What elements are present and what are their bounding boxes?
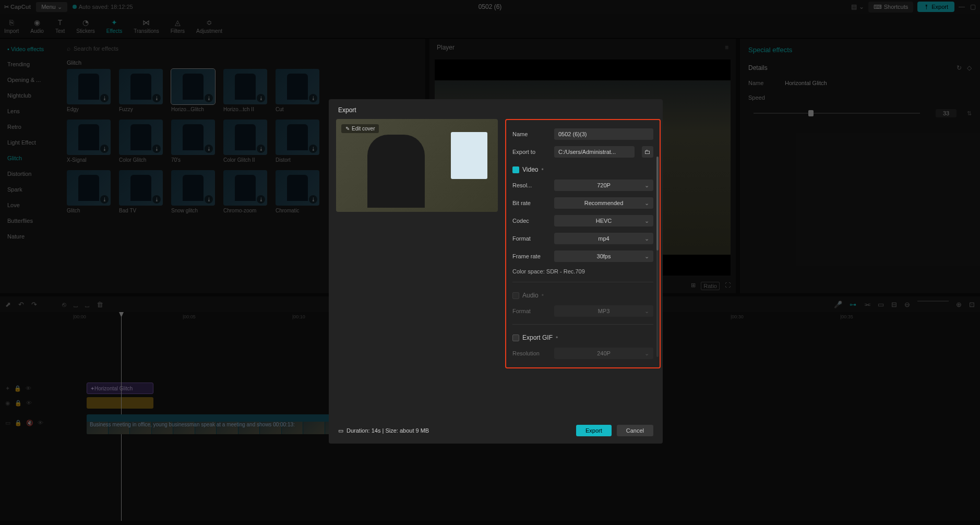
export-cancel-button[interactable]: Cancel [617, 425, 653, 436]
name-label: Name [512, 131, 549, 137]
framerate-select[interactable]: 30fps [554, 250, 653, 262]
export-confirm-button[interactable]: Export [576, 425, 612, 436]
codec-select[interactable]: HEVC [554, 215, 653, 226]
bitrate-label: Bit rate [512, 200, 549, 206]
audio-format-select: MP3 [554, 305, 653, 317]
colorspace-text: Color space: SDR - Rec.709 [512, 265, 653, 278]
format-label: Format [512, 235, 549, 242]
export-path-input[interactable] [554, 146, 635, 158]
resolution-label: Resol... [512, 182, 549, 188]
export-dialog-title: Export [329, 99, 663, 119]
exportto-label: Export to [512, 149, 549, 155]
format-select[interactable]: mp4 [554, 233, 653, 244]
audio-checkbox[interactable] [512, 292, 519, 299]
bitrate-select[interactable]: Recommended [554, 197, 653, 209]
framerate-label: Frame rate [512, 253, 549, 259]
export-preview: ✎ Edit cover [336, 119, 498, 212]
audio-section-label: Audio [522, 292, 539, 299]
gif-section-label: Export GIF [522, 334, 553, 341]
edit-cover-button[interactable]: ✎ Edit cover [341, 124, 379, 133]
gif-res-label: Resolution [512, 350, 549, 356]
export-name-input[interactable] [554, 128, 653, 140]
gif-checkbox[interactable] [512, 335, 519, 341]
export-dialog: Export ✎ Edit cover Name Export to 🗀 Vid [329, 99, 663, 444]
codec-label: Codec [512, 218, 549, 224]
video-section-label: Video [522, 166, 538, 173]
scrollbar[interactable] [656, 157, 659, 357]
export-duration-info: ▭ Duration: 14s | Size: about 9 MB [338, 427, 429, 434]
export-settings: Name Export to 🗀 Video • Resol...720P Bi… [505, 119, 661, 368]
resolution-select[interactable]: 720P [554, 180, 653, 191]
video-checkbox[interactable] [512, 166, 519, 173]
audio-format-label: Format [512, 308, 549, 314]
folder-icon[interactable]: 🗀 [642, 146, 653, 158]
gif-res-select: 240P [554, 348, 653, 359]
